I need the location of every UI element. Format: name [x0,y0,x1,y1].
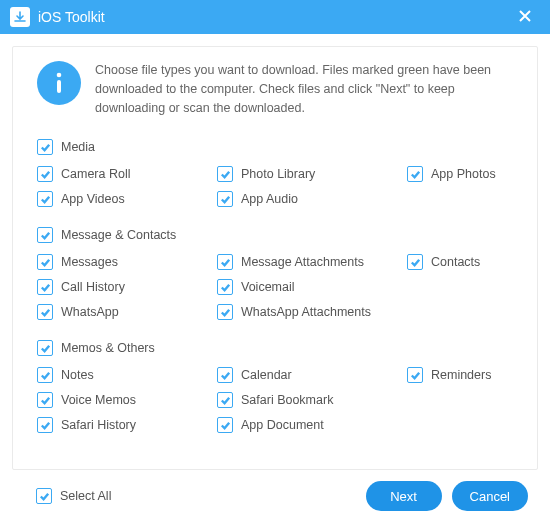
item-label: Call History [61,280,125,294]
item-checkbox[interactable] [37,191,53,207]
file-type-item[interactable]: Message Attachments [217,250,407,274]
group-header[interactable]: Memos & Others [37,336,513,360]
item-label: App Videos [61,192,125,206]
file-type-item[interactable]: App Videos [37,187,217,211]
item-label: Voice Memos [61,393,136,407]
item-label: WhatsApp Attachments [241,305,371,319]
group-body: MessagesMessage AttachmentsContactsCall … [37,249,513,324]
item-label: App Document [241,418,324,432]
file-type-item[interactable]: Photo Library [217,162,407,186]
file-type-item[interactable]: WhatsApp Attachments [217,300,407,324]
item-label: Notes [61,368,94,382]
group-body: NotesCalendarRemindersVoice MemosSafari … [37,362,513,437]
group-checkbox[interactable] [37,340,53,356]
item-label: Contacts [431,255,480,269]
svg-point-0 [57,73,62,78]
app-icon [10,7,30,27]
empty-cell [407,388,513,412]
item-checkbox[interactable] [37,367,53,383]
item-label: Safari Bookmark [241,393,333,407]
item-checkbox[interactable] [37,304,53,320]
item-checkbox[interactable] [37,279,53,295]
next-button[interactable]: Next [366,481,442,511]
item-label: Message Attachments [241,255,364,269]
item-label: Calendar [241,368,292,382]
item-checkbox[interactable] [217,417,233,433]
item-checkbox[interactable] [407,166,423,182]
info-row: Choose file types you want to download. … [37,61,513,117]
cancel-button[interactable]: Cancel [452,481,528,511]
item-checkbox[interactable] [217,254,233,270]
groups-container: MediaCamera RollPhoto LibraryApp PhotosA… [37,135,513,437]
file-type-item[interactable]: App Document [217,413,407,437]
footer: Select All Next Cancel [0,470,550,522]
group-checkbox[interactable] [37,139,53,155]
item-checkbox[interactable] [37,254,53,270]
item-label: Photo Library [241,167,315,181]
file-type-item[interactable]: WhatsApp [37,300,217,324]
close-button[interactable] [510,10,540,25]
item-checkbox[interactable] [407,367,423,383]
file-type-item[interactable]: Voicemail [217,275,407,299]
item-checkbox[interactable] [37,392,53,408]
file-type-item[interactable]: Camera Roll [37,162,217,186]
titlebar: iOS Toolkit [0,0,550,34]
file-type-item[interactable]: Call History [37,275,217,299]
item-label: WhatsApp [61,305,119,319]
item-checkbox[interactable] [217,191,233,207]
file-type-item[interactable]: Voice Memos [37,388,217,412]
main-panel: Choose file types you want to download. … [12,46,538,470]
file-type-item[interactable]: Notes [37,363,217,387]
item-label: App Audio [241,192,298,206]
select-all-row[interactable]: Select All [36,484,356,508]
file-type-item[interactable]: Contacts [407,250,513,274]
file-type-item[interactable]: Messages [37,250,217,274]
item-checkbox[interactable] [217,279,233,295]
item-checkbox[interactable] [407,254,423,270]
group-header[interactable]: Media [37,135,513,159]
group-label: Media [61,140,95,154]
file-type-item[interactable]: App Photos [407,162,513,186]
group-label: Memos & Others [61,341,155,355]
group-body: Camera RollPhoto LibraryApp PhotosApp Vi… [37,161,513,211]
file-type-item[interactable]: Calendar [217,363,407,387]
item-label: Messages [61,255,118,269]
group: MediaCamera RollPhoto LibraryApp PhotosA… [37,135,513,211]
file-type-item[interactable]: Safari Bookmark [217,388,407,412]
item-label: App Photos [431,167,496,181]
item-label: Safari History [61,418,136,432]
item-checkbox[interactable] [37,417,53,433]
item-checkbox[interactable] [217,367,233,383]
group-checkbox[interactable] [37,227,53,243]
select-all-checkbox[interactable] [36,488,52,504]
item-label: Camera Roll [61,167,130,181]
file-type-item[interactable]: Reminders [407,363,513,387]
info-icon [37,61,81,105]
group: Message & ContactsMessagesMessage Attach… [37,223,513,324]
file-type-item[interactable]: Safari History [37,413,217,437]
empty-cell [407,275,513,299]
item-checkbox[interactable] [217,166,233,182]
group-header[interactable]: Message & Contacts [37,223,513,247]
item-label: Voicemail [241,280,295,294]
svg-rect-1 [57,80,61,93]
info-text: Choose file types you want to download. … [95,61,513,117]
group: Memos & OthersNotesCalendarRemindersVoic… [37,336,513,437]
group-label: Message & Contacts [61,228,176,242]
file-type-item[interactable]: App Audio [217,187,407,211]
item-checkbox[interactable] [37,166,53,182]
app-title: iOS Toolkit [38,9,510,25]
item-checkbox[interactable] [217,392,233,408]
select-all-label: Select All [60,489,111,503]
item-checkbox[interactable] [217,304,233,320]
item-label: Reminders [431,368,491,382]
